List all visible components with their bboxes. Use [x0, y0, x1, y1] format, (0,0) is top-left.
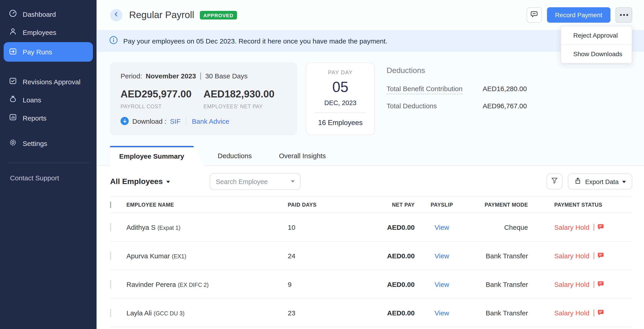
sidebar-item-dashboard[interactable]: Dashboard — [0, 5, 96, 23]
settings-icon — [9, 139, 17, 148]
payment-mode: Bank Transfer — [469, 280, 528, 288]
table-row: Ravinder Perera (EX DIFC 2) 9 AED0.00 Vi… — [110, 270, 632, 299]
net-pay-label: EMPLOYEES' NET PAY — [204, 104, 286, 109]
pay-runs-icon — [9, 47, 17, 56]
menu-item-show-downloads[interactable]: Show Downloads — [561, 44, 632, 63]
table-row: Apurva Kumar (EX1) 24 AED0.00 View Bank … — [110, 242, 632, 270]
ellipsis-icon — [620, 14, 622, 16]
chevron-down-icon — [622, 181, 626, 183]
download-label: Download : — [132, 117, 166, 125]
payment-status: Salary Hold — [554, 252, 632, 260]
sidebar-item-loans[interactable]: Loans — [0, 91, 96, 109]
more-options-menu: Reject Approval Show Downloads — [560, 26, 632, 64]
salary-hold-comment-icon[interactable] — [597, 224, 604, 230]
separator: | — [200, 71, 202, 80]
summary-section: Period: November 2023 | 30 Base Days AED… — [96, 52, 644, 135]
net-pay: AED0.00 — [365, 252, 415, 260]
employee-name[interactable]: Adithya S — [126, 223, 156, 231]
table-header-row: EMPLOYEE NAME PAID DAYS NET PAY PAYSLIP … — [110, 196, 632, 213]
salary-hold-comment-icon[interactable] — [597, 252, 604, 259]
search-employee-input[interactable] — [216, 178, 291, 185]
view-payslip-link[interactable]: View — [434, 252, 449, 260]
select-all-checkbox[interactable] — [110, 202, 111, 208]
banner-text: Pay your employees on 05 Dec 2023. Recor… — [123, 37, 388, 45]
payment-status: Salary Hold — [554, 280, 632, 288]
sidebar-item-settings[interactable]: Settings — [0, 134, 96, 152]
net-pay: AED0.00 — [365, 309, 415, 316]
col-employee-name: EMPLOYEE NAME — [126, 202, 288, 207]
payment-mode: Bank Transfer — [469, 309, 528, 316]
sidebar-item-label: Loans — [23, 96, 41, 104]
dashboard-icon — [9, 10, 17, 18]
download-sif-link[interactable]: SIF — [170, 117, 180, 125]
filter-button[interactable] — [546, 174, 562, 190]
download-bank-advice-link[interactable]: Bank Advice — [192, 117, 229, 125]
divider — [314, 112, 366, 113]
base-days: 30 Base Days — [205, 72, 248, 80]
comments-button[interactable] — [526, 7, 542, 23]
view-payslip-link[interactable]: View — [434, 223, 449, 231]
payday-label: PAY DAY — [312, 69, 369, 76]
employee-filter-dropdown[interactable]: All Employees — [110, 177, 170, 186]
tab-overall-insights[interactable]: Overall Insights — [265, 146, 340, 166]
row-checkbox[interactable] — [110, 308, 111, 317]
sidebar-item-label: Revisions Approval — [23, 78, 80, 86]
paid-days: 23 — [288, 309, 365, 316]
salary-hold-comment-icon[interactable] — [597, 281, 604, 287]
salary-hold-comment-icon[interactable] — [597, 310, 604, 316]
payroll-cost-value: AED295,977.00 — [120, 88, 204, 100]
deduction-label: Total Benefit Contribution — [386, 85, 483, 92]
download-icon — [120, 117, 129, 125]
more-options-button[interactable] — [616, 7, 632, 23]
payday-monthyear: DEC, 2023 — [312, 99, 369, 106]
chevron-left-icon — [113, 11, 120, 19]
deduction-value: AED16,280.00 — [483, 85, 527, 92]
employee-name[interactable]: Apurva Kumar — [126, 252, 170, 260]
record-payment-button[interactable]: Record Payment — [547, 7, 610, 23]
employee-name[interactable]: Ravinder Perera — [126, 280, 176, 288]
tab-employee-summary[interactable]: Employee Summary — [110, 146, 204, 166]
topbar: Regular Payroll APPROVED Record Payment — [96, 0, 644, 30]
contact-support-link[interactable]: Contact Support — [0, 163, 96, 192]
period-card: Period: November 2023 | 30 Base Days AED… — [110, 62, 297, 135]
payment-status: Salary Hold — [554, 309, 632, 316]
sidebar-item-label: Settings — [23, 139, 47, 147]
sidebar-item-employees[interactable]: Employees — [0, 23, 96, 41]
col-payslip: PAYSLIP — [415, 202, 469, 207]
employee-summary-panel: All Employees — [96, 166, 644, 329]
chevron-down-icon[interactable] — [291, 180, 294, 183]
col-paid-days: PAID DAYS — [288, 202, 365, 207]
view-payslip-link[interactable]: View — [434, 280, 449, 288]
employee-name[interactable]: Layla Ali — [126, 309, 152, 316]
loans-icon — [9, 95, 17, 104]
employees-icon — [9, 28, 17, 37]
back-button[interactable] — [110, 9, 122, 21]
payment-mode: Cheque — [469, 223, 528, 231]
col-payment-status: PAYMENT STATUS — [528, 202, 632, 207]
employee-search — [210, 173, 300, 190]
payment-mode: Bank Transfer — [469, 252, 528, 260]
status-badge: APPROVED — [200, 11, 237, 19]
period-label: Period: — [120, 72, 142, 80]
export-data-button[interactable]: Export Data — [568, 174, 632, 190]
row-checkbox[interactable] — [110, 223, 111, 231]
comment-icon — [530, 10, 538, 20]
table-row: Layla Ali (GCC DU 3) 23 AED0.00 View Ban… — [110, 299, 632, 327]
tab-deductions[interactable]: Deductions — [204, 146, 265, 166]
employee-table: EMPLOYEE NAME PAID DAYS NET PAY PAYSLIP … — [110, 196, 632, 327]
paid-days: 10 — [288, 223, 365, 231]
payday-card: PAY DAY 05 DEC, 2023 16 Employees — [306, 62, 375, 135]
menu-item-reject-approval[interactable]: Reject Approval — [561, 26, 632, 44]
sidebar-item-reports[interactable]: Reports — [0, 109, 96, 127]
row-checkbox[interactable] — [110, 280, 111, 288]
row-checkbox[interactable] — [110, 251, 111, 260]
col-net-pay: NET PAY — [365, 202, 415, 207]
payday-day: 05 — [312, 79, 369, 96]
sidebar-item-pay-runs[interactable]: Pay Runs — [4, 42, 93, 62]
net-pay: AED0.00 — [365, 223, 415, 231]
tab-bar: Employee Summary Deductions Overall Insi… — [96, 146, 644, 166]
view-payslip-link[interactable]: View — [434, 309, 449, 316]
sidebar-item-revisions-approval[interactable]: Revisions Approval — [0, 72, 96, 91]
payment-status: Salary Hold — [554, 223, 632, 231]
export-icon — [574, 177, 582, 186]
